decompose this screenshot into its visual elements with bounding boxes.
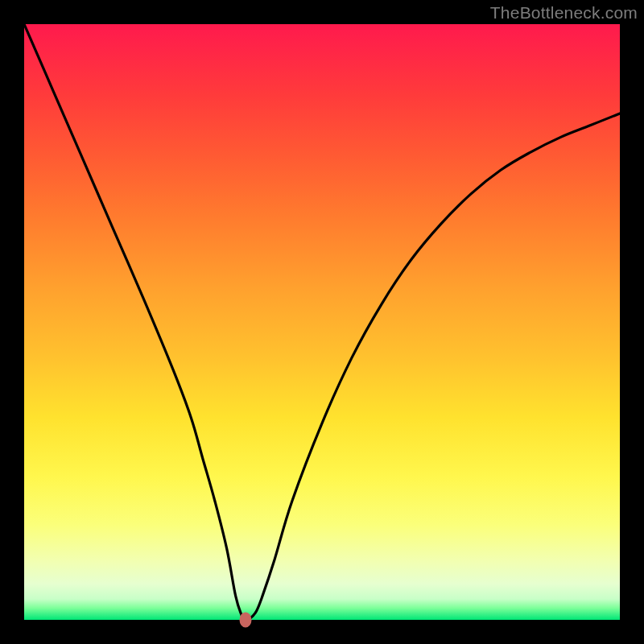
plot-area (24, 24, 620, 620)
chart-frame: TheBottleneck.com (0, 0, 644, 644)
optimal-point-marker (240, 613, 252, 628)
bottleneck-curve (24, 24, 620, 620)
watermark-text: TheBottleneck.com (490, 3, 638, 23)
